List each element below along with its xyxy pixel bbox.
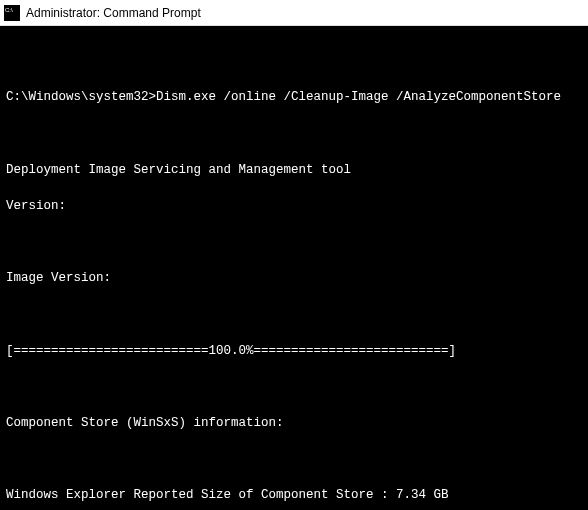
titlebar[interactable]: Administrator: Command Prompt (0, 0, 588, 26)
prompt-text: C:\Windows\system32> (6, 90, 156, 104)
reported-size-line: Windows Explorer Reported Size of Compon… (6, 486, 582, 504)
cmd-icon (4, 5, 20, 21)
image-version-line: Image Version: (6, 269, 582, 287)
version-line: Version: (6, 197, 582, 215)
window-title: Administrator: Command Prompt (26, 6, 201, 20)
tool-line: Deployment Image Servicing and Managemen… (6, 161, 582, 179)
section-header: Component Store (WinSxS) information: (6, 414, 582, 432)
prompt-line: C:\Windows\system32>Dism.exe /online /Cl… (6, 88, 582, 106)
terminal-body[interactable]: C:\Windows\system32>Dism.exe /online /Cl… (0, 26, 588, 510)
command-text: Dism.exe /online /Cleanup-Image /Analyze… (156, 90, 561, 104)
progress-bar: [==========================100.0%=======… (6, 342, 582, 360)
